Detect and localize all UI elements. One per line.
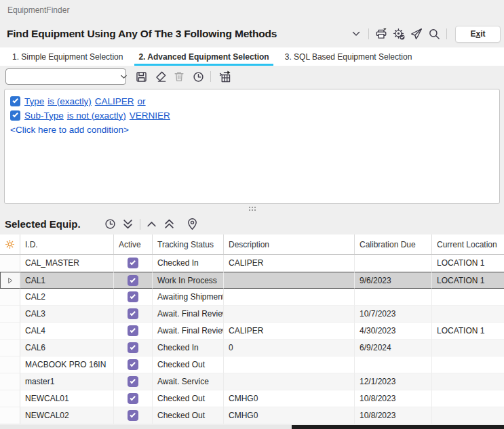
cell-tracking-status[interactable]: Checked In	[153, 255, 224, 272]
row-selector[interactable]	[0, 356, 20, 373]
table-row[interactable]: NEWCAL02Checked OutCMHG010/8/2023	[0, 407, 504, 424]
condition-operator-link[interactable]: is not (exactly)	[67, 110, 126, 121]
cell-id[interactable]: CAL3	[20, 306, 114, 323]
row-selector[interactable]	[0, 373, 20, 390]
move-up-icon[interactable]	[144, 216, 160, 232]
cell-current-location[interactable]: LOCATION 1	[432, 255, 504, 272]
cell-description[interactable]: 0	[224, 340, 355, 356]
row-selector[interactable]	[0, 340, 20, 356]
cell-current-location[interactable]: LOCATION 1	[432, 323, 504, 340]
table-row[interactable]: CAL3Await. Final Review10/7/2023	[0, 306, 504, 323]
cell-tracking-status[interactable]: Checked Out	[153, 390, 224, 407]
cell-current-location[interactable]	[432, 306, 504, 323]
cell-tracking-status[interactable]: Checked Out	[153, 356, 224, 373]
cell-current-location[interactable]	[432, 407, 504, 424]
table-row[interactable]: CAL_MASTERChecked InCALIPERLOCATION 1	[0, 255, 504, 272]
table-row[interactable]: master1Await. Service12/1/2023	[0, 373, 504, 390]
cell-id[interactable]: CAL4	[20, 323, 114, 340]
move-all-down-icon[interactable]	[120, 216, 136, 232]
cell-id[interactable]: master1	[20, 373, 114, 390]
move-all-up-icon[interactable]	[161, 216, 178, 232]
column-header-i-d[interactable]: I.D.	[20, 234, 114, 254]
row-selector[interactable]	[0, 289, 20, 306]
saved-query-combobox[interactable]	[5, 68, 126, 85]
cell-tracking-status[interactable]: Checked In	[153, 340, 224, 356]
column-header-tracking-status[interactable]: Tracking Status	[153, 234, 224, 254]
condition-operator-link[interactable]: is (exactly)	[47, 96, 92, 106]
condition-field-link[interactable]: Type	[24, 96, 44, 106]
send-icon[interactable]	[409, 26, 424, 41]
row-selector[interactable]	[0, 407, 20, 424]
active-checkbox[interactable]	[128, 325, 138, 336]
cell-description[interactable]	[224, 289, 355, 306]
tab-sql-based-equipment-selection[interactable]: 3. SQL Based Equipment Selection	[281, 47, 416, 66]
cell-calibration-due[interactable]: 12/1/2023	[355, 373, 432, 390]
exit-button[interactable]: Exit	[455, 26, 501, 43]
cell-tracking-status[interactable]: Work In Process	[153, 272, 224, 289]
condition-value-link[interactable]: VERNIER	[130, 110, 170, 121]
cell-description[interactable]: CMHG0	[224, 390, 355, 407]
cell-calibration-due[interactable]: 4/30/2023	[355, 323, 432, 340]
column-header-description[interactable]: Description	[224, 234, 355, 254]
cell-tracking-status[interactable]: Await. Final Review	[153, 323, 224, 340]
cell-tracking-status[interactable]: Await. Service	[153, 373, 224, 390]
condition-checkbox[interactable]	[10, 96, 20, 106]
cell-calibration-due[interactable]: 6/9/2024	[355, 340, 432, 356]
cell-description[interactable]	[224, 356, 355, 373]
permissions-gear-icon[interactable]	[391, 26, 406, 41]
row-selector[interactable]	[0, 272, 20, 289]
cell-tracking-status[interactable]: Await. Final Review	[153, 306, 224, 323]
save-icon[interactable]	[133, 68, 149, 85]
cell-description[interactable]: CALIPER	[224, 255, 355, 272]
cell-current-location[interactable]	[432, 340, 504, 356]
column-header-current-location[interactable]: Current Location	[432, 234, 504, 254]
cell-calibration-due[interactable]: 9/6/2023	[355, 272, 432, 289]
column-header-calibration-due[interactable]: Calibration Due	[355, 234, 432, 254]
active-checkbox[interactable]	[128, 308, 138, 319]
cell-id[interactable]: NEWCAL01	[20, 390, 114, 407]
cell-calibration-due[interactable]: 10/7/2023	[355, 306, 432, 323]
cell-id[interactable]: MACBOOK PRO 16IN	[20, 356, 114, 373]
cell-description[interactable]	[224, 306, 355, 323]
cell-current-location[interactable]	[432, 373, 504, 390]
cell-calibration-due[interactable]	[355, 289, 432, 306]
active-checkbox[interactable]	[128, 342, 138, 353]
delete-icon[interactable]	[171, 68, 187, 85]
active-checkbox[interactable]	[128, 359, 138, 370]
row-selector[interactable]	[0, 390, 20, 407]
condition-field-link[interactable]: Sub-Type	[24, 110, 64, 121]
active-checkbox[interactable]	[128, 393, 138, 404]
cell-calibration-due[interactable]	[355, 356, 432, 373]
table-row[interactable]: CAL2Awaiting Shipment	[0, 289, 504, 306]
column-header-active[interactable]: Active	[114, 234, 153, 254]
locate-pin-icon[interactable]	[185, 216, 201, 232]
table-row[interactable]: NEWCAL01Checked OutCMHG010/8/2023	[0, 390, 504, 407]
eraser-icon[interactable]	[152, 68, 168, 85]
cell-calibration-due[interactable]: 10/8/2023	[355, 407, 432, 424]
search-icon[interactable]	[427, 26, 442, 41]
history-icon[interactable]	[190, 68, 206, 85]
table-row[interactable]: CAL4Await. Final ReviewCALIPER4/30/2023L…	[0, 323, 504, 340]
cell-current-location[interactable]	[432, 390, 504, 407]
cell-id[interactable]: NEWCAL02	[20, 407, 114, 424]
active-checkbox[interactable]	[128, 376, 138, 387]
cell-current-location[interactable]	[432, 356, 504, 373]
cell-current-location[interactable]	[432, 289, 504, 306]
combobox-chevron-icon[interactable]	[119, 73, 128, 81]
cell-current-location[interactable]: LOCATION 1	[432, 272, 504, 289]
cell-calibration-due[interactable]: 10/8/2023	[355, 390, 432, 407]
cell-description[interactable]: CALIPER	[224, 323, 355, 340]
table-row[interactable]: CAL1Work In Process9/6/2023LOCATION 1	[0, 272, 504, 289]
chevron-down-icon[interactable]	[349, 26, 364, 41]
table-row[interactable]: CAL6Checked In06/9/2024	[0, 340, 504, 356]
cell-id[interactable]: CAL1	[20, 272, 114, 289]
saved-query-input[interactable]	[6, 69, 119, 84]
cell-id[interactable]: CAL_MASTER	[20, 255, 114, 272]
table-row[interactable]: MACBOOK PRO 16INChecked Out	[0, 356, 504, 373]
condition-value-link[interactable]: CALIPER	[95, 96, 134, 106]
condition-checkbox[interactable]	[10, 110, 20, 121]
row-selector[interactable]	[0, 323, 20, 340]
scrollbar-thumb[interactable]	[292, 425, 504, 429]
cell-id[interactable]: CAL2	[20, 289, 114, 306]
printer-icon[interactable]	[374, 26, 389, 41]
